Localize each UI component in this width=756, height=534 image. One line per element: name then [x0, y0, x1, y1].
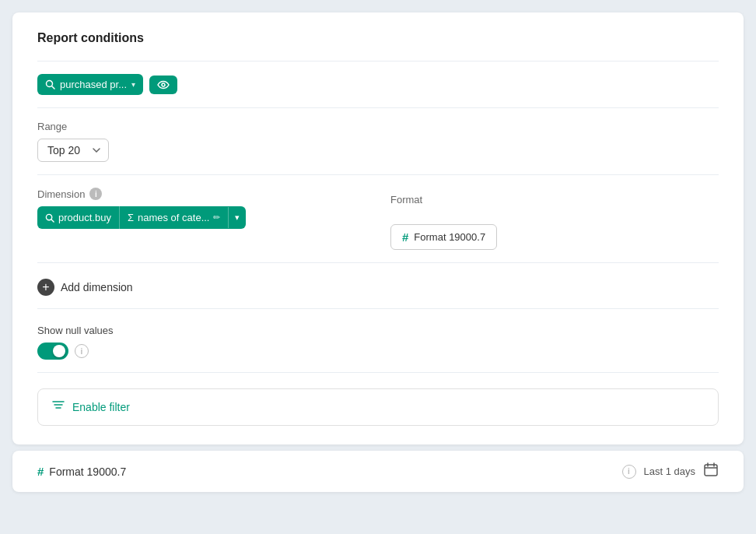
- purchased-tag[interactable]: purchased pr... ▾: [37, 74, 143, 95]
- top-tag-row: purchased pr... ▾: [37, 74, 719, 95]
- format-value: Format 19000.7: [414, 231, 485, 243]
- divider-2: [37, 174, 719, 175]
- dimension-info-icon: i: [89, 188, 102, 200]
- add-dimension-row[interactable]: + Add dimension: [37, 279, 719, 296]
- show-null-label: Show null values: [37, 325, 719, 336]
- divider-top: [37, 61, 719, 61]
- calendar-icon[interactable]: [703, 462, 719, 481]
- dimension-format-row: Dimension i product.buy Σ names of cate.…: [37, 188, 719, 250]
- divider-4: [37, 308, 719, 309]
- bottom-right: i Last 1 days: [622, 462, 719, 481]
- add-dimension-label: Add dimension: [61, 281, 133, 293]
- divider-5: [37, 372, 719, 373]
- dimension-pill-group[interactable]: product.buy Σ names of cate... ✏ ▾: [37, 206, 246, 229]
- toggle-knob: [53, 345, 65, 357]
- dimension-label: Dimension: [37, 188, 85, 200]
- dimension-segment-1[interactable]: product.buy: [37, 206, 119, 229]
- range-label: Range: [37, 121, 719, 132]
- purchased-tag-label: purchased pr...: [60, 79, 127, 90]
- dimension-col: Dimension i product.buy Σ names of cate.…: [37, 188, 366, 229]
- bottom-format-value: Format 19000.7: [49, 465, 126, 478]
- toggle-info-icon: i: [75, 344, 89, 358]
- format-button[interactable]: # Format 19000.7: [390, 224, 497, 250]
- page-title: Report conditions: [37, 31, 719, 45]
- hash-icon: #: [402, 230, 408, 244]
- divider-1: [37, 107, 719, 108]
- format-col: Format # Format 19000.7: [390, 188, 719, 250]
- filter-icon: [52, 400, 65, 414]
- dimension-label-row: Dimension i: [37, 188, 366, 200]
- search-icon: [45, 79, 55, 90]
- search-icon-small: [45, 213, 54, 223]
- svg-rect-8: [705, 465, 717, 476]
- enable-filter-label: Enable filter: [72, 401, 130, 413]
- dimension-segment-2[interactable]: Σ names of cate... ✏: [119, 206, 229, 229]
- filter-section[interactable]: Enable filter: [37, 388, 719, 426]
- sigma-icon: Σ: [128, 212, 134, 223]
- eye-icon: [157, 80, 170, 90]
- last-days-label: Last 1 days: [644, 465, 696, 477]
- dimension-segment-2-label: names of cate...: [138, 212, 210, 223]
- svg-point-2: [162, 83, 165, 86]
- range-section: Range Top 5 Top 10 Top 20 Top 50 Top 100: [37, 121, 719, 162]
- divider-3: [37, 262, 719, 263]
- bottom-hash-icon: #: [37, 465, 44, 478]
- dimension-segment-1-label: product.buy: [58, 212, 111, 223]
- range-select[interactable]: Top 5 Top 10 Top 20 Top 50 Top 100: [37, 139, 109, 162]
- plus-icon: +: [37, 279, 54, 296]
- show-null-section: Show null values i: [37, 325, 719, 360]
- show-null-toggle[interactable]: [37, 343, 68, 360]
- dimension-dropdown[interactable]: ▾: [228, 207, 246, 228]
- bottom-format: # Format 19000.7: [37, 465, 126, 478]
- chevron-down-icon-dim: ▾: [235, 213, 240, 223]
- eye-button[interactable]: [149, 76, 177, 94]
- chevron-down-icon: ▾: [131, 80, 135, 89]
- toggle-row: i: [37, 343, 719, 360]
- svg-line-4: [51, 220, 54, 222]
- bottom-bar: # Format 19000.7 i Last 1 days: [12, 451, 744, 492]
- format-label: Format: [390, 194, 719, 206]
- pencil-icon: ✏: [213, 213, 220, 223]
- svg-line-1: [52, 86, 54, 89]
- report-conditions-card: Report conditions purchased pr... ▾: [12, 12, 744, 444]
- bottom-info-icon: i: [622, 465, 636, 479]
